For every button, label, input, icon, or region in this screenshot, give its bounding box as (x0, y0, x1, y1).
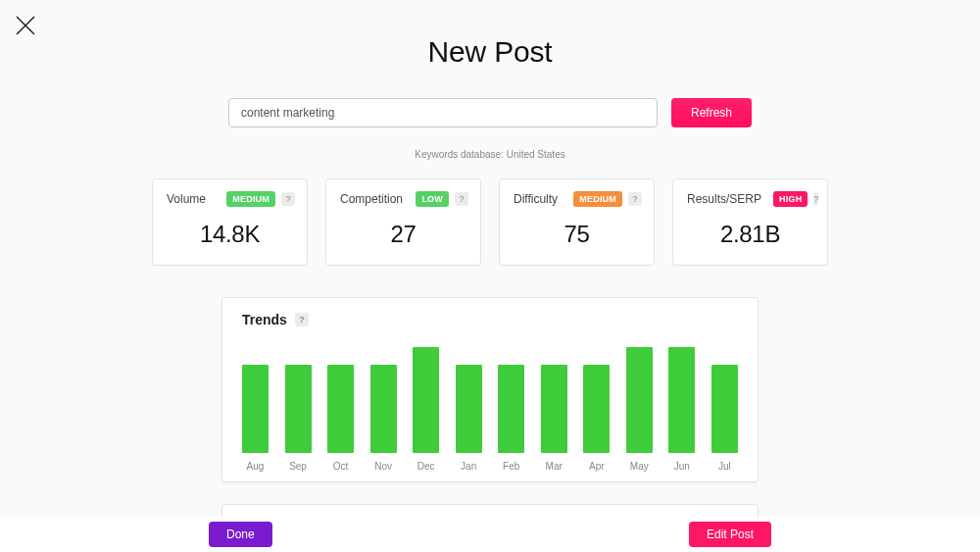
trends-bar (413, 347, 439, 453)
metric-label: Difficulty (514, 192, 558, 206)
help-icon[interactable]: ? (295, 313, 309, 326)
help-icon[interactable]: ? (628, 192, 642, 206)
metric-label: Results/SERP (687, 192, 761, 206)
trends-bar (711, 365, 738, 453)
trends-bar (370, 365, 397, 453)
keyword-ideas-panel: Keyword Ideas ? (221, 504, 759, 517)
trends-bar (285, 365, 312, 453)
trends-month-label: Jan (456, 461, 482, 472)
refresh-button[interactable]: Refresh (671, 98, 752, 127)
metric-label: Volume (167, 192, 206, 206)
metric-badge: MEDIUM (573, 191, 622, 207)
search-row: Refresh (0, 98, 980, 127)
trends-month-label: Jun (668, 461, 695, 472)
trends-chart (242, 345, 738, 453)
trends-month-label: Aug (242, 461, 269, 472)
trends-month-label: Nov (370, 461, 397, 472)
trends-month-label: Oct (327, 461, 354, 472)
trends-bar (668, 347, 695, 453)
metric-value: 75 (500, 221, 654, 248)
keyword-search-input[interactable] (228, 98, 658, 127)
trends-month-label: Feb (498, 461, 524, 472)
metric-card-difficulty: Difficulty MEDIUM ? 75 (499, 178, 655, 266)
trends-month-label: Sep (285, 461, 312, 472)
close-icon[interactable] (14, 14, 37, 37)
trends-bar (541, 365, 567, 453)
done-button[interactable]: Done (209, 522, 272, 547)
help-icon[interactable]: ? (281, 192, 295, 206)
trends-bar (242, 365, 269, 453)
trends-bar (626, 347, 653, 453)
metric-cards: Volume MEDIUM ? 14.8K Competition LOW ? … (0, 178, 980, 266)
help-icon[interactable]: ? (455, 192, 468, 206)
trends-month-label: Apr (583, 461, 610, 472)
database-note: Keywords database: United States (0, 149, 980, 160)
trends-bar (583, 365, 610, 453)
trends-bar (327, 365, 354, 453)
metric-label: Competition (340, 192, 403, 206)
page-title: New Post (0, 35, 980, 69)
metric-card-results: Results/SERP HIGH ? 2.81B (672, 178, 828, 266)
footer-bar: Done Edit Post (0, 517, 980, 552)
metric-card-competition: Competition LOW ? 27 (325, 178, 481, 266)
trends-bar (498, 365, 524, 453)
trends-month-label: Jul (711, 461, 738, 472)
metric-value: 2.81B (673, 221, 827, 248)
metric-badge: HIGH (773, 191, 808, 207)
metric-value: 14.8K (153, 221, 307, 248)
trends-panel: Trends ? AugSepOctNovDecJanFebMarAprMayJ… (221, 297, 759, 482)
metric-badge: MEDIUM (226, 191, 275, 207)
help-icon[interactable]: ? (813, 192, 818, 206)
metric-card-volume: Volume MEDIUM ? 14.8K (152, 178, 308, 266)
metric-badge: LOW (416, 191, 449, 207)
trends-month-label: May (626, 461, 653, 472)
trends-month-label: Dec (413, 461, 439, 472)
trends-title: Trends (242, 312, 287, 327)
trends-bar (456, 365, 482, 453)
metric-value: 27 (326, 221, 480, 248)
trends-month-label: Mar (541, 461, 567, 472)
edit-post-button[interactable]: Edit Post (689, 522, 771, 547)
trends-chart-labels: AugSepOctNovDecJanFebMarAprMayJunJul (242, 461, 738, 472)
